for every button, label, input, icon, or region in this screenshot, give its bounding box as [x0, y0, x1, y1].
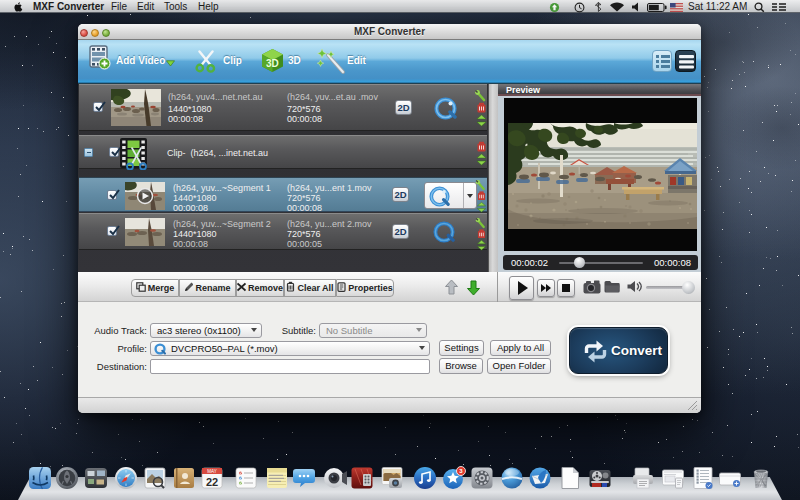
svg-text:MAY: MAY — [207, 469, 216, 474]
svg-text:22: 22 — [206, 476, 218, 488]
svg-text:3D: 3D — [266, 58, 279, 69]
